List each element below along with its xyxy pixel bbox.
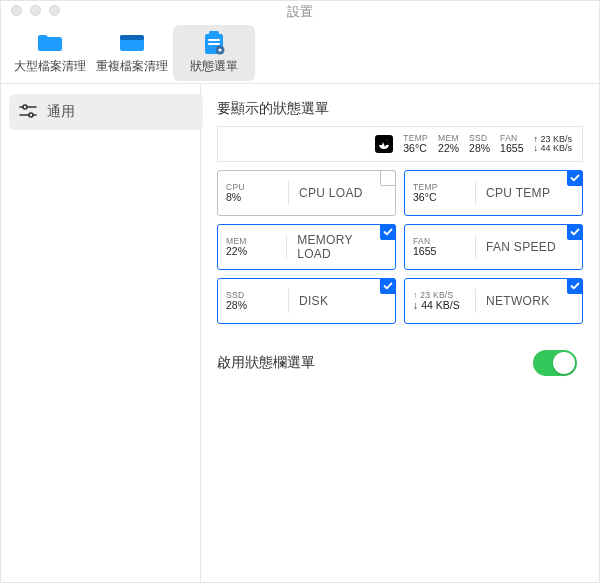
- close-dot[interactable]: [11, 5, 22, 16]
- svg-rect-0: [120, 35, 144, 40]
- preview-mem: MEM 22%: [438, 134, 459, 154]
- settings-window: 設置 大型檔案清理 重複檔案清理 狀態選單: [0, 0, 600, 583]
- main-panel: 要顯示的狀態選單 TEMP 36°C MEM 22% SSD 28%: [201, 84, 599, 582]
- window-title: 設置: [287, 3, 313, 21]
- card-label: CPU LOAD: [299, 186, 363, 200]
- enable-statusbar-toggle[interactable]: [533, 350, 577, 376]
- zoom-dot[interactable]: [49, 5, 60, 16]
- toolbar-item-large-files[interactable]: 大型檔案清理: [9, 25, 91, 81]
- svg-rect-2: [209, 31, 219, 36]
- card-checkbox[interactable]: [380, 224, 396, 240]
- content: 通用 要顯示的狀態選單 TEMP 36°C MEM 22% SSD: [1, 84, 599, 582]
- sliders-icon: [19, 104, 37, 121]
- preview-ssd: SSD 28%: [469, 134, 490, 154]
- card-checkbox[interactable]: [567, 170, 583, 186]
- toolbar-item-label: 大型檔案清理: [14, 58, 86, 75]
- card-label: FAN SPEED: [486, 240, 556, 254]
- card-mini: FAN1655: [413, 235, 476, 259]
- toolbar-item-label: 重複檔案清理: [96, 58, 168, 75]
- card-label: NETWORK: [486, 294, 549, 308]
- card-mini: CPU8%: [226, 181, 289, 205]
- folder-icon: [36, 32, 64, 54]
- status-card[interactable]: FAN1655FAN SPEED: [404, 224, 583, 270]
- preview-network: ↑ 23 KB/s ↓ 44 KB/s: [533, 135, 572, 154]
- status-card[interactable]: MEM22%MEMORY LOAD: [217, 224, 396, 270]
- sidebar-item-general[interactable]: 通用: [9, 94, 203, 130]
- status-cards-grid: CPU8%CPU LOADTEMP36°CCPU TEMPMEM22%MEMOR…: [217, 170, 583, 324]
- card-mini: ↑ 23 KB/S↓ 44 KB/S: [413, 289, 476, 313]
- status-preview-bar: TEMP 36°C MEM 22% SSD 28% FAN 1655 ↑ 23 …: [217, 126, 583, 162]
- svg-rect-3: [208, 39, 220, 41]
- toolbar-item-label: 狀態選單: [190, 58, 238, 75]
- section-title: 要顯示的狀態選單: [217, 100, 583, 118]
- toolbar-item-status-menu[interactable]: 狀態選單: [173, 25, 255, 81]
- card-checkbox[interactable]: [380, 278, 396, 294]
- status-card[interactable]: SSD28%DISK: [217, 278, 396, 324]
- card-label: CPU TEMP: [486, 186, 550, 200]
- folder-dark-icon: [118, 32, 146, 54]
- clipboard-gear-icon: [200, 32, 228, 54]
- enable-statusbar-label: 啟用狀態欄選單: [217, 354, 315, 372]
- app-indicator-icon: [375, 135, 393, 153]
- card-mini: TEMP36°C: [413, 181, 476, 205]
- svg-rect-4: [208, 43, 220, 45]
- card-mini: SSD28%: [226, 289, 289, 313]
- traffic-lights: [11, 5, 60, 16]
- card-label: DISK: [299, 294, 328, 308]
- status-card[interactable]: TEMP36°CCPU TEMP: [404, 170, 583, 216]
- toggle-knob: [553, 352, 575, 374]
- status-card[interactable]: ↑ 23 KB/S↓ 44 KB/SNETWORK: [404, 278, 583, 324]
- svg-point-10: [29, 113, 33, 117]
- sidebar-item-label: 通用: [47, 103, 75, 121]
- status-card[interactable]: CPU8%CPU LOAD: [217, 170, 396, 216]
- card-checkbox[interactable]: [380, 170, 396, 186]
- card-mini: MEM22%: [226, 235, 287, 259]
- enable-statusbar-row: 啟用狀態欄選單: [217, 350, 583, 376]
- svg-point-6: [218, 48, 221, 51]
- card-checkbox[interactable]: [567, 224, 583, 240]
- toolbar: 大型檔案清理 重複檔案清理 狀態選單: [1, 23, 599, 84]
- preview-temp: TEMP 36°C: [403, 134, 428, 154]
- sidebar: 通用: [1, 84, 201, 582]
- minimize-dot[interactable]: [30, 5, 41, 16]
- titlebar: 設置: [1, 1, 599, 23]
- card-checkbox[interactable]: [567, 278, 583, 294]
- card-label: MEMORY LOAD: [297, 233, 387, 261]
- preview-fan: FAN 1655: [500, 134, 523, 154]
- svg-point-8: [23, 105, 27, 109]
- toolbar-item-duplicate-files[interactable]: 重複檔案清理: [91, 25, 173, 81]
